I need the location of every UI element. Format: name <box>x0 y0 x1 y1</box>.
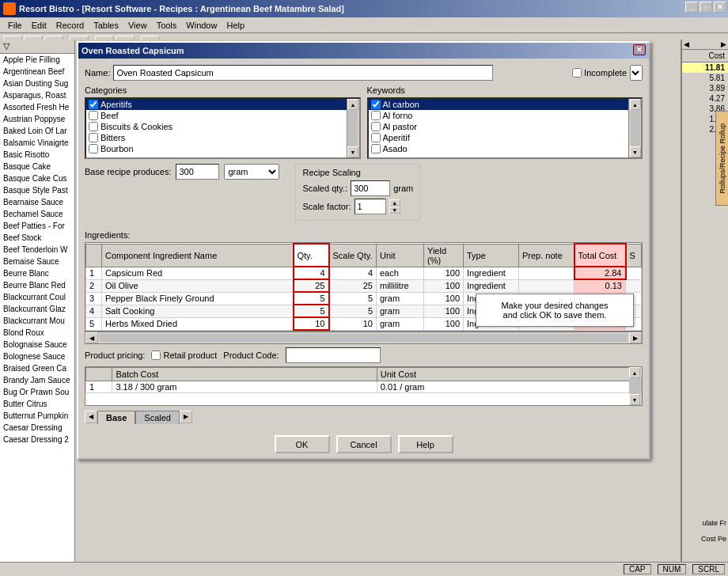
list-item[interactable]: Beef Stock <box>0 232 74 244</box>
list-item[interactable]: Caesar Dressing 2 <box>0 434 74 445</box>
base-unit-select[interactable]: gram <box>224 164 279 180</box>
list-item[interactable]: Beurre Blanc <box>0 267 74 279</box>
keyword-check-alpastor[interactable] <box>371 122 381 131</box>
list-item[interactable]: Basic Risotto <box>0 149 74 161</box>
category-check-beef[interactable] <box>89 111 98 120</box>
categories-scrollbar[interactable]: ▲ ▼ <box>347 99 359 157</box>
rollups-tab[interactable]: Rollups/Recipe Rollup <box>715 111 728 206</box>
menu-tables[interactable]: Tables <box>89 19 123 32</box>
status-dropdown[interactable] <box>630 65 643 81</box>
category-item-aperitifs[interactable]: Aperitifs <box>86 99 359 110</box>
hscroll-right-button[interactable]: ▶ <box>629 332 642 343</box>
minimize-button[interactable]: _ <box>685 2 698 13</box>
list-item[interactable]: Assorted Fresh He <box>0 101 74 113</box>
list-item[interactable]: Basque Cake <box>0 161 74 172</box>
list-item[interactable]: Braised Green Ca <box>0 362 74 374</box>
scaled-qty-input[interactable] <box>351 180 390 196</box>
menu-help[interactable]: Help <box>222 19 249 32</box>
list-item[interactable]: Brandy Jam Sauce <box>0 374 74 386</box>
list-item[interactable]: Caesar Dressing <box>0 422 74 434</box>
tab-next-button[interactable]: ▶ <box>180 411 192 423</box>
close-button[interactable]: ✕ <box>714 2 726 13</box>
retail-product-label[interactable]: Retail product <box>151 351 217 360</box>
category-item-bitters[interactable]: Bitters <box>86 132 359 143</box>
cost-table-scrollbar[interactable]: ▲ ▼ <box>629 367 642 405</box>
menu-record[interactable]: Record <box>51 19 89 32</box>
right-panel-nav-next[interactable]: ▶ <box>721 40 726 48</box>
category-item-beef[interactable]: Beef <box>86 110 359 121</box>
list-item[interactable]: Bernaise Sauce <box>0 256 74 267</box>
category-check-bitters[interactable] <box>89 133 98 142</box>
list-item[interactable]: Butter Citrus <box>0 398 74 410</box>
hscroll-left-button[interactable]: ◀ <box>85 332 98 343</box>
list-item[interactable]: Beef Tenderloin W <box>0 244 74 256</box>
keyword-check-aperitif[interactable] <box>371 133 381 142</box>
list-item[interactable]: Bearnaise Sauce <box>0 196 74 208</box>
keyword-item-asado[interactable]: Asado <box>369 143 642 154</box>
keywords-scroll-up[interactable]: ▲ <box>630 99 641 110</box>
list-item[interactable]: Asian Dusting Sug <box>0 78 74 89</box>
list-item[interactable]: Asparagus, Roast <box>0 89 74 101</box>
menu-tools[interactable]: Tools <box>152 19 182 32</box>
keyword-check-alforno[interactable] <box>371 111 381 120</box>
list-item[interactable]: Balsamic Vinaigrte <box>0 137 74 149</box>
keyword-item-alpastor[interactable]: Al pastor <box>369 121 642 132</box>
scale-factor-spinner[interactable]: ▲ ▼ <box>389 199 400 214</box>
hscroll-track[interactable] <box>100 334 628 342</box>
list-item[interactable]: Basque Style Past <box>0 184 74 196</box>
categories-scroll-up[interactable]: ▲ <box>347 99 358 110</box>
scale-factor-input[interactable] <box>355 199 386 214</box>
category-check-aperitifs[interactable] <box>89 100 98 109</box>
keywords-scroll-down[interactable]: ▼ <box>630 146 641 157</box>
right-panel-nav-prev[interactable]: ◀ <box>684 40 689 48</box>
keyword-item-alcarbon[interactable]: Al carbon <box>369 99 642 110</box>
categories-listbox[interactable]: Aperitifs Beef Biscuits & Cookies Bitter… <box>85 97 361 159</box>
list-item[interactable]: Argentinean Beef <box>0 66 74 78</box>
name-input[interactable] <box>113 65 493 81</box>
list-item[interactable]: Apple Pie Filling <box>0 54 74 66</box>
spin-down-button[interactable]: ▼ <box>389 207 400 214</box>
list-item[interactable]: Bechamel Sauce <box>0 208 74 220</box>
menu-window[interactable]: Window <box>181 19 222 32</box>
spin-up-button[interactable]: ▲ <box>389 199 400 207</box>
list-item[interactable]: Beurre Blanc Red <box>0 279 74 291</box>
tab-base[interactable]: Base <box>97 411 135 424</box>
keyword-item-alforno[interactable]: Al forno <box>369 110 642 121</box>
menu-view[interactable]: View <box>123 19 152 32</box>
list-item[interactable]: Baked Loin Of Lar <box>0 125 74 137</box>
list-item[interactable]: Bolognese Sauce <box>0 351 74 362</box>
retail-product-checkbox[interactable] <box>151 351 161 360</box>
cost-scroll-up[interactable]: ▲ <box>629 367 640 378</box>
category-check-bourbon[interactable] <box>89 144 98 153</box>
list-item[interactable]: Blackcurrant Coul <box>0 291 74 303</box>
incomplete-checkbox[interactable] <box>572 68 582 78</box>
category-item-bourbon[interactable]: Bourbon <box>86 143 359 154</box>
list-item[interactable]: Blond Roux <box>0 327 74 339</box>
list-item[interactable]: Blackcurrant Mou <box>0 315 74 327</box>
keyword-item-aperitif[interactable]: Aperitif <box>369 132 642 143</box>
restore-button[interactable]: ▫ <box>700 2 712 13</box>
tab-scaled[interactable]: Scaled <box>135 411 180 424</box>
list-item[interactable]: Bolognaise Sauce <box>0 339 74 351</box>
cancel-button[interactable]: Cancel <box>336 435 392 453</box>
list-item[interactable]: Basque Cake Cus <box>0 172 74 184</box>
category-item-biscuits[interactable]: Biscuits & Cookies <box>86 121 359 132</box>
ok-button[interactable]: OK <box>275 435 330 453</box>
product-code-input[interactable] <box>286 347 381 363</box>
menu-file[interactable]: File <box>3 19 27 32</box>
category-check-biscuits[interactable] <box>89 122 98 131</box>
list-item[interactable]: Blackcurrant Glaz <box>0 303 74 315</box>
list-item[interactable]: Butternut Pumpkin <box>0 410 74 422</box>
ingredients-hscrollbar[interactable]: ◀ ▶ <box>85 332 643 344</box>
side-list-items[interactable]: Apple Pie Filling Argentinean Beef Asian… <box>0 54 74 574</box>
incomplete-checkbox-label[interactable]: Incomplete <box>572 68 627 78</box>
keywords-listbox[interactable]: Al carbon Al forno Al pastor Aperitif <box>367 97 643 159</box>
list-item[interactable]: Austrian Poppyse <box>0 113 74 125</box>
cost-scroll-down[interactable]: ▼ <box>629 394 640 405</box>
tab-prev-button[interactable]: ◀ <box>85 411 97 423</box>
list-item[interactable]: Beef Patties - For <box>0 220 74 232</box>
list-item[interactable]: Bug Or Prawn Sou <box>0 386 74 398</box>
keyword-check-alcarbon[interactable] <box>371 100 381 109</box>
help-button[interactable]: Help <box>398 435 453 453</box>
keywords-scrollbar[interactable]: ▲ ▼ <box>628 99 641 157</box>
